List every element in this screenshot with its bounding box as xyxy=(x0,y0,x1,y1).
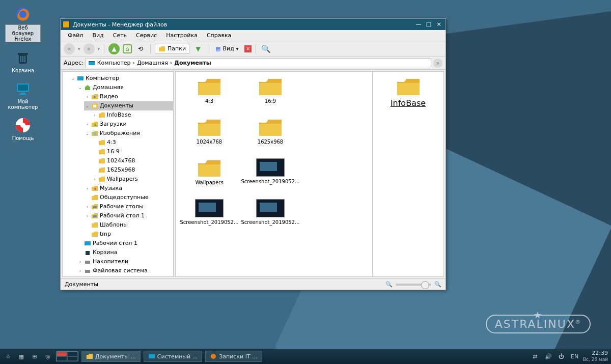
file-manager-window: Документы - Менеджер файлов — □ × Файл В… xyxy=(60,18,446,290)
tree-item: ⌄Изображения 4:3 16:9 1024x768 1625x968 … xyxy=(84,129,173,184)
desktop-icon-label: Мой компьютер xyxy=(5,99,41,110)
svg-rect-23 xyxy=(86,251,90,255)
nav-forward-button[interactable]: » xyxy=(84,43,95,54)
crumb-documents[interactable]: Документы xyxy=(174,60,211,66)
taskbar-task[interactable]: Записки IT ... xyxy=(205,351,262,362)
tree-item: Шаблоны xyxy=(84,220,173,230)
zoom-out-icon[interactable]: 🔍 xyxy=(385,281,393,288)
crumb-home[interactable]: Домашняя xyxy=(137,60,168,66)
svg-rect-17 xyxy=(93,105,96,107)
svg-rect-5 xyxy=(22,56,23,62)
icon-view[interactable]: 4:316:91024x7681625x968WallpapersScreens… xyxy=(175,71,444,277)
tree-item: Корзина xyxy=(77,248,173,257)
svg-rect-3 xyxy=(18,53,28,55)
svg-point-1 xyxy=(19,11,26,18)
svg-rect-29 xyxy=(149,354,155,358)
grid-item[interactable]: Screenshot_2019052... xyxy=(240,156,301,197)
grid-item[interactable]: 4:3 xyxy=(179,75,240,116)
desktop-icon-firefox[interactable]: Веб браузер Firefox xyxy=(5,5,41,42)
grid-item-label: Screenshot_2019052... xyxy=(240,179,301,184)
filter-button[interactable]: ▼ xyxy=(192,43,204,54)
svg-rect-10 xyxy=(19,94,26,95)
keyboard-layout[interactable]: EN xyxy=(570,351,580,361)
power-tray-icon[interactable]: ⏻ xyxy=(557,351,567,361)
tree-item: Рабочий стол 1 xyxy=(77,239,173,248)
start-button[interactable]: ☆ xyxy=(3,351,13,361)
grid-item[interactable]: Wallpapers xyxy=(179,156,240,197)
taskbar: ☆ ▦ ⊞ ◎ Документы ... Системный ... Запи… xyxy=(0,349,611,364)
desktop-icon-label: Веб браузер Firefox xyxy=(5,24,41,42)
svg-point-19 xyxy=(94,188,96,190)
network-tray-icon[interactable]: ⇄ xyxy=(530,351,540,361)
grid-item-label: 1024x768 xyxy=(179,139,240,145)
svg-point-30 xyxy=(211,354,216,359)
menu-help[interactable]: Справка xyxy=(203,31,235,40)
app-launcher-button[interactable]: ⊞ xyxy=(30,351,40,361)
minimize-button[interactable]: — xyxy=(414,21,423,28)
close-tab-button[interactable]: × xyxy=(244,45,252,52)
menu-network[interactable]: Сеть xyxy=(109,31,131,40)
desktop-icon-help[interactable]: Помощь xyxy=(5,116,41,141)
menu-file[interactable]: Файл xyxy=(64,31,87,40)
grid-item[interactable]: InfoBase xyxy=(376,77,440,108)
terminal-button[interactable]: ◎ xyxy=(43,351,53,361)
grid-item-label: Screenshot_2019052... xyxy=(240,219,301,225)
grid-item[interactable]: Screenshot_2019052... xyxy=(179,197,240,238)
tree-item: tmp xyxy=(84,230,173,239)
tree-panel[interactable]: ⌄Компьютер ⌄Домашняя ›Видео ⌄Документы ›… xyxy=(62,71,174,277)
desktop-icon-label: Корзина xyxy=(5,68,41,73)
crumb-computer[interactable]: Компьютер xyxy=(97,60,131,66)
svg-rect-6 xyxy=(24,56,25,62)
tree-item: ›Рабочие столы xyxy=(84,202,173,211)
taskbar-task[interactable]: Документы ... xyxy=(81,351,141,362)
grid-item-label: InfoBase xyxy=(376,98,440,108)
zoom-in-icon[interactable]: 🔍 xyxy=(434,281,441,288)
desktop-icon-trash[interactable]: Корзина xyxy=(5,48,41,73)
grid-item-label: 4:3 xyxy=(179,98,240,104)
svg-rect-14 xyxy=(89,61,95,62)
grid-item[interactable]: 1024x768 xyxy=(179,116,240,156)
reload-button[interactable]: ⟲ xyxy=(135,43,146,54)
grid-item[interactable]: Screenshot_2019052... xyxy=(240,197,301,238)
menu-settings[interactable]: Настройка xyxy=(162,31,202,40)
grid-item-label: 1625x968 xyxy=(240,139,301,145)
search-button[interactable]: 🔍 xyxy=(260,43,271,54)
menu-view[interactable]: Вид xyxy=(88,31,107,40)
tree-item: ⌄Документы ›InfoBase xyxy=(84,101,173,120)
grid-item-label: 16:9 xyxy=(240,98,301,104)
tree-item: Общедоступные xyxy=(84,193,173,202)
titlebar[interactable]: Документы - Менеджер файлов — □ × xyxy=(61,19,446,30)
nav-home-button[interactable]: ⌂ xyxy=(123,44,132,53)
address-go-button[interactable]: » xyxy=(433,59,442,68)
clock[interactable]: 22:39 Вс, 26 май xyxy=(583,350,608,362)
svg-rect-21 xyxy=(93,215,97,217)
show-desktop-button[interactable]: ▦ xyxy=(16,351,26,361)
menubar: Файл Вид Сеть Сервис Настройка Справка xyxy=(61,30,446,41)
tree-item: ›Видео xyxy=(84,92,173,101)
svg-rect-4 xyxy=(20,56,21,62)
toolbar: « ▾ » ▾ ▲ ⌂ ⟲ Папки ▼ ▦ Вид ▾ × 🔍 xyxy=(61,41,446,57)
grid-item-label: Wallpapers xyxy=(179,180,240,185)
close-button[interactable]: × xyxy=(434,21,443,28)
grid-item[interactable]: 16:9 xyxy=(240,75,301,116)
svg-rect-9 xyxy=(21,93,25,94)
address-input[interactable]: Компьютер › Домашняя › Документы xyxy=(86,58,431,68)
tree-item: ›InfoBase xyxy=(91,110,173,120)
menu-service[interactable]: Сервис xyxy=(132,31,161,40)
desktop-icon-computer[interactable]: Мой компьютер xyxy=(5,79,41,110)
pager[interactable] xyxy=(56,351,78,361)
statusbar: Документы 🔍 🔍 xyxy=(61,278,446,290)
taskbar-task[interactable]: Системный ... xyxy=(144,351,202,362)
tree-item: ›Сеть xyxy=(77,275,173,277)
tree-item: ›Рабочий стол 1 xyxy=(84,211,173,220)
grid-item[interactable]: 1625x968 xyxy=(240,116,301,156)
view-dropdown[interactable]: ▦ Вид ▾ xyxy=(212,44,241,53)
nav-back-button[interactable]: « xyxy=(64,43,75,54)
volume-tray-icon[interactable]: 🔊 xyxy=(543,351,553,361)
grid-item-label: Screenshot_2019052... xyxy=(179,219,240,225)
zoom-slider[interactable] xyxy=(396,284,431,286)
status-text: Документы xyxy=(65,281,98,288)
nav-up-button[interactable]: ▲ xyxy=(108,43,120,54)
folders-dropdown[interactable]: Папки xyxy=(155,44,189,53)
maximize-button[interactable]: □ xyxy=(424,21,433,28)
